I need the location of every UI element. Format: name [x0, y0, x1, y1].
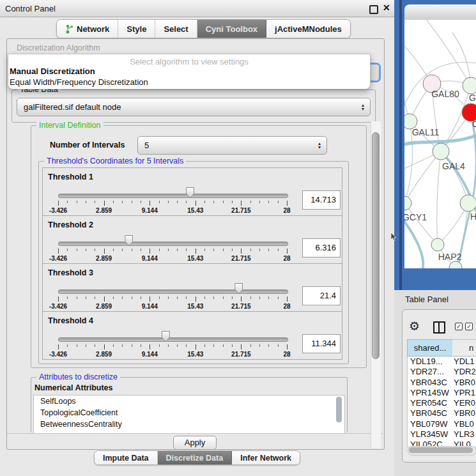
network-node-h-node[interactable] — [460, 195, 476, 211]
tick-mark — [223, 249, 224, 251]
network-node-gcy1-node[interactable] — [404, 196, 411, 210]
tab-style[interactable]: Style — [118, 20, 155, 38]
tick-mark — [241, 344, 242, 349]
tick-mark — [132, 249, 132, 251]
tick-mark — [250, 296, 251, 299]
split-panel-icon[interactable] — [433, 321, 445, 334]
slider-track[interactable] — [58, 337, 288, 342]
network-canvas[interactable]: GAL80GACGAL11GAL4GCY1HHAP2 — [404, 20, 476, 268]
tick-mark — [67, 201, 68, 203]
threshold-value-field[interactable]: 6.316 — [302, 238, 341, 257]
algorithm-item-manual[interactable]: Manual Discretization — [10, 66, 95, 76]
attribute-list-item[interactable]: SelfLoops — [34, 395, 344, 407]
tick-mark — [196, 296, 196, 302]
tab-jactivemnodules[interactable]: jActiveMNodules — [266, 20, 350, 38]
network-node-hap2-node[interactable] — [431, 238, 444, 251]
numerical-attributes-label: Numerical Attributes — [35, 383, 112, 392]
thresholds-group-label: Threshold's Coordinates for 5 Intervals — [44, 157, 186, 165]
float-window-icon[interactable] — [369, 5, 378, 14]
tick-label: -3.426 — [49, 303, 67, 310]
tab-select[interactable]: Select — [155, 20, 197, 38]
attribute-list-item[interactable]: BetweennessCentrality — [34, 418, 344, 430]
network-edge — [441, 151, 468, 203]
tab-network-label: Network — [77, 24, 109, 34]
close-icon[interactable]: ✕ — [383, 3, 390, 13]
tick-mark — [278, 344, 279, 347]
numerical-attributes-list[interactable]: SelfLoopsTopologicalCoefficientBetweenne… — [33, 395, 345, 434]
tick-mark — [268, 249, 269, 251]
table-cell: YBL079W — [410, 419, 448, 429]
tick-mark — [223, 296, 224, 299]
checkbox-icon[interactable]: ✓ — [465, 323, 473, 330]
slider-tick-labels: -3.4262.8599.14415.4321.71528 — [58, 207, 287, 214]
table-row[interactable]: YLR345WYLR3 — [407, 429, 476, 440]
table-cell: YBR043C — [410, 378, 447, 387]
tick-mark — [250, 249, 251, 251]
tick-mark — [113, 201, 114, 203]
tick-mark — [150, 201, 150, 206]
settings-gear-icon[interactable]: ⚙ — [409, 319, 420, 334]
tab-cyni-toolbox[interactable]: Cyni Toolbox — [197, 20, 266, 38]
table-row[interactable]: YPR145WYPR1 — [407, 388, 476, 398]
tick-mark — [268, 344, 269, 347]
table-cell: YLR345W — [410, 429, 448, 439]
network-node-label: H — [470, 211, 476, 222]
tick-mark — [104, 201, 105, 206]
tick-mark — [223, 201, 224, 203]
attribute-list-item[interactable]: TopologicalCoefficient — [34, 407, 344, 418]
tick-label: 28 — [283, 255, 290, 262]
network-node-top-right-node[interactable] — [463, 77, 476, 94]
tick-mark — [159, 344, 160, 347]
tab-infer-network[interactable]: Infer Network — [232, 451, 300, 464]
table-row[interactable]: YBL079WYBL0 — [407, 419, 476, 429]
algorithm-placeholder-item[interactable]: Select algorithm to view settings — [8, 57, 370, 66]
table-hscrollbar-thumb[interactable] — [409, 447, 473, 453]
tick-mark — [177, 344, 178, 347]
control-panel-tabs: Network Style Select Cyni Toolbox jActiv… — [56, 19, 351, 38]
apply-button[interactable]: Apply — [173, 436, 217, 450]
tick-mark — [141, 201, 141, 203]
tick-label: 2.859 — [96, 255, 112, 262]
tick-mark — [186, 249, 187, 251]
slider-tick-labels: -3.4262.8599.14415.4321.71528 — [58, 351, 287, 358]
table-rows: YDL19...YDL1YDR27...YDR2YBR043CYBR0YPR14… — [407, 357, 476, 446]
network-edge — [437, 151, 441, 245]
threshold-row: Threshold 2 -3.4262.8599.14415.4321.7152… — [42, 215, 342, 264]
threshold-value-field[interactable]: 21.4 — [302, 286, 341, 305]
slider-track[interactable] — [58, 194, 288, 198]
table-row[interactable]: YDL19...YDL1 — [407, 357, 476, 367]
table-row[interactable]: YIL052CYIL0 — [407, 440, 476, 446]
network-node-label: C — [472, 119, 476, 129]
panel-scrollbar-thumb[interactable] — [372, 132, 380, 359]
slider-ticks — [58, 249, 287, 254]
checkbox-icon[interactable]: ✓ — [455, 323, 463, 330]
table-header-name[interactable]: n — [452, 339, 476, 357]
tab-discretize-data[interactable]: Discretize Data — [158, 451, 233, 464]
table-header-shared[interactable]: shared... — [407, 339, 453, 357]
tick-label: -3.426 — [49, 351, 67, 358]
tick-mark — [241, 201, 242, 206]
tab-network[interactable]: Network — [57, 20, 118, 38]
table-cell: YLR3 — [454, 429, 475, 439]
table-row[interactable]: YBR043CYBR0 — [407, 378, 476, 388]
table-row[interactable]: YDR27...YDR2 — [407, 367, 476, 377]
tick-mark — [58, 249, 59, 254]
network-window-titlebar[interactable] — [404, 4, 476, 20]
table-data-combobox[interactable]: galFiltered.sif default node ▲▼ — [17, 98, 371, 116]
tab-impute-data[interactable]: Impute Data — [95, 451, 158, 464]
threshold-value-field[interactable]: 11.344 — [302, 334, 341, 353]
slider-track[interactable] — [58, 289, 288, 294]
tick-mark — [278, 296, 279, 299]
network-node-gal4-node[interactable] — [433, 143, 449, 160]
tick-mark — [132, 344, 132, 347]
number-of-intervals-combobox[interactable]: 5 ▲▼ — [137, 136, 327, 155]
tick-mark — [168, 296, 169, 299]
slider-track[interactable] — [58, 242, 288, 246]
tick-mark — [104, 344, 105, 349]
table-row[interactable]: YER054CYER0 — [407, 398, 476, 408]
tick-label: 21.715 — [231, 207, 251, 214]
attributes-list-scrollbar[interactable] — [336, 397, 342, 422]
algorithm-item-equal-width[interactable]: Equal Width/Frequency Discretization — [10, 77, 148, 87]
threshold-value-field[interactable]: 14.713 — [302, 190, 341, 210]
table-row[interactable]: YBR045CYBR0 — [407, 408, 476, 418]
